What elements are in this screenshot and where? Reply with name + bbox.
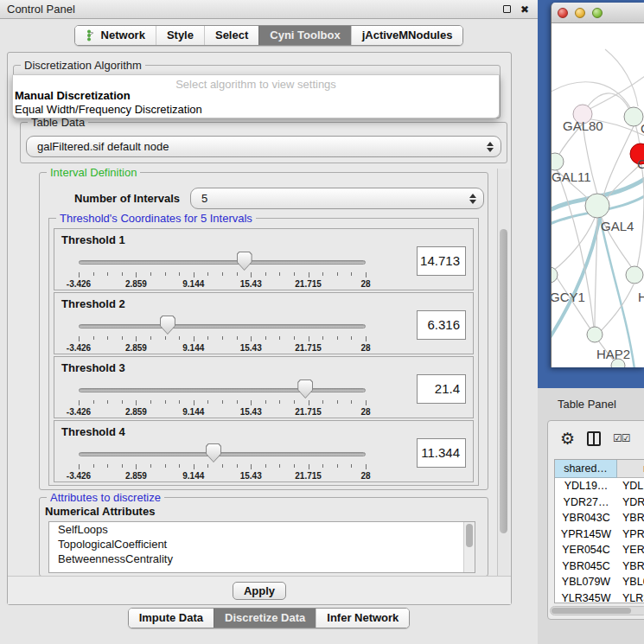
float-window-icon[interactable] <box>501 3 513 16</box>
table-column-header[interactable]: shared… <box>555 460 617 478</box>
table-cell[interactable]: YER054C <box>555 542 617 558</box>
table-row[interactable]: YLR345WYLR3 <box>555 590 644 604</box>
slider-tick-label: -3.426 <box>67 279 91 289</box>
table-row[interactable]: YBL079WYBL0 <box>555 574 644 590</box>
tab-discretize-data[interactable]: Discretize Data <box>214 609 316 628</box>
tab-cyni-toolbox[interactable]: Cyni Toolbox <box>258 26 350 45</box>
table-row[interactable]: YBR045CYBR0 <box>555 558 644 575</box>
table-row[interactable]: YDL19…YDL1 <box>555 478 644 494</box>
settings-scrollbar[interactable] <box>497 169 509 577</box>
table-cell[interactable]: YBR043C <box>555 510 617 526</box>
threshold-value-field[interactable]: 6.316 <box>417 310 466 340</box>
slider-tick <box>366 272 367 277</box>
combo-arrows-icon <box>487 142 494 152</box>
table-cell[interactable]: YLR3 <box>617 590 644 604</box>
slider-tick <box>351 400 352 404</box>
table-row[interactable]: YPR145WYPR1 <box>555 526 644 543</box>
table-columns-icon[interactable] <box>587 431 601 446</box>
slider-tick <box>322 464 323 468</box>
slider-tick <box>122 464 123 468</box>
slider-tick <box>150 464 151 468</box>
table-column-header[interactable]: n <box>617 460 644 478</box>
table-cell[interactable]: YPR145W <box>555 526 617 543</box>
slider-handle[interactable] <box>160 316 175 335</box>
network-view-window[interactable]: GAL80GAL11GAL4GCY1HAP2GCH <box>551 3 644 367</box>
network-edge[interactable] <box>552 82 631 109</box>
slider-track[interactable] <box>79 452 366 456</box>
table-cell[interactable]: YPR1 <box>617 526 644 543</box>
slider-tick <box>265 400 266 404</box>
slider-tick <box>337 336 338 340</box>
apply-bar: Apply <box>8 576 511 604</box>
attribute-list-item[interactable]: BetweennessCentrality <box>49 552 475 566</box>
tab-infer-network[interactable]: Infer Network <box>316 609 409 628</box>
tab-jactivemnodules[interactable]: jActiveMNodules <box>351 26 463 45</box>
control-panel-titlebar[interactable]: Control Panel ✖ <box>0 0 538 19</box>
algorithm-option[interactable]: Manual Discretization <box>13 89 499 103</box>
right-zone: GAL80GAL11GAL4GCY1HAP2GCH Table Panel ⚙ … <box>538 0 644 644</box>
slider-tick <box>107 272 108 276</box>
checkbox-icons[interactable]: ☑☑ <box>613 432 630 444</box>
table-row[interactable]: YER054CYER0 <box>555 542 644 558</box>
table-horizontal-scrollbar[interactable] <box>550 606 644 615</box>
table-cell[interactable]: YDR27… <box>555 494 617 511</box>
apply-button[interactable]: Apply <box>233 582 286 600</box>
slider-tick-label: 15.43 <box>240 407 262 417</box>
attribute-list-item[interactable]: SelfLoops <box>49 522 475 537</box>
node-attribute-table[interactable]: shared…n YDL19…YDL1YDR27…YDR2YBR043CYBR0… <box>554 459 644 603</box>
network-node[interactable] <box>552 267 558 283</box>
table-cell[interactable]: YDL1 <box>617 478 644 494</box>
slider-tick <box>136 400 137 405</box>
zoom-traffic-light-icon[interactable] <box>592 8 603 18</box>
table-cell[interactable]: YBR0 <box>617 558 644 575</box>
slider-tick <box>93 272 94 276</box>
tab-select[interactable]: Select <box>204 26 258 45</box>
number-of-intervals-select[interactable]: 5 <box>190 188 484 209</box>
threshold-value-field[interactable]: 14.713 <box>417 246 466 276</box>
network-window-titlebar[interactable] <box>552 3 644 23</box>
slider-track[interactable] <box>79 324 366 328</box>
attribute-list-item[interactable]: TopologicalCoefficient <box>49 537 475 552</box>
slider-track[interactable] <box>79 388 366 392</box>
close-window-icon[interactable]: ✖ <box>519 3 531 16</box>
table-cell[interactable]: YBL0 <box>617 574 644 590</box>
table-cell[interactable]: YBR045C <box>555 558 617 575</box>
table-cell[interactable]: YDR2 <box>617 494 644 511</box>
slider-tick-label: -3.426 <box>67 343 91 353</box>
slider-tick <box>122 272 123 276</box>
tab-network[interactable]: Network <box>75 26 156 45</box>
network-node[interactable] <box>626 266 643 284</box>
numerical-attributes-list[interactable]: SelfLoopsTopologicalCoefficientBetweenne… <box>48 521 475 573</box>
table-row[interactable]: YBR043CYBR0 <box>555 510 644 526</box>
slider-handle[interactable] <box>297 379 313 399</box>
slider-tick <box>194 272 194 277</box>
table-cell[interactable]: YDL19… <box>555 478 617 494</box>
table-cell[interactable]: YBL079W <box>555 574 617 590</box>
algorithm-option[interactable]: Equal Width/Frequency Discretization <box>13 103 499 117</box>
table-cell[interactable]: YBR0 <box>617 510 644 526</box>
slider-handle[interactable] <box>237 252 252 271</box>
slider-tick-label: 2.859 <box>125 471 147 481</box>
table-data-select[interactable]: galFiltered.sif default node <box>26 136 501 157</box>
slider-handle[interactable] <box>206 443 221 462</box>
tab-impute-data[interactable]: Impute Data <box>129 609 214 628</box>
gear-icon[interactable]: ⚙ <box>560 430 575 447</box>
network-node[interactable] <box>585 194 609 218</box>
table-row[interactable]: YDR27…YDR2 <box>555 494 644 511</box>
threshold-value-field[interactable]: 21.4 <box>417 374 466 404</box>
tab-style[interactable]: Style <box>156 26 204 45</box>
table-cell[interactable]: YLR345W <box>555 590 617 604</box>
network-node[interactable] <box>552 153 564 170</box>
threshold-value-field[interactable]: 11.344 <box>417 438 466 468</box>
slider-track[interactable] <box>79 260 366 265</box>
network-node[interactable] <box>587 327 603 342</box>
slider-tick <box>294 272 295 276</box>
numerical-attributes-label: Numerical Attributes <box>45 505 155 518</box>
slider-tick <box>136 464 137 469</box>
minimize-traffic-light-icon[interactable] <box>575 8 585 18</box>
list-scrollbar[interactable] <box>463 522 475 572</box>
close-traffic-light-icon[interactable] <box>558 8 568 18</box>
network-canvas[interactable]: GAL80GAL11GAL4GCY1HAP2GCH <box>552 23 644 367</box>
network-icon <box>86 29 97 41</box>
table-cell[interactable]: YER0 <box>617 542 644 558</box>
